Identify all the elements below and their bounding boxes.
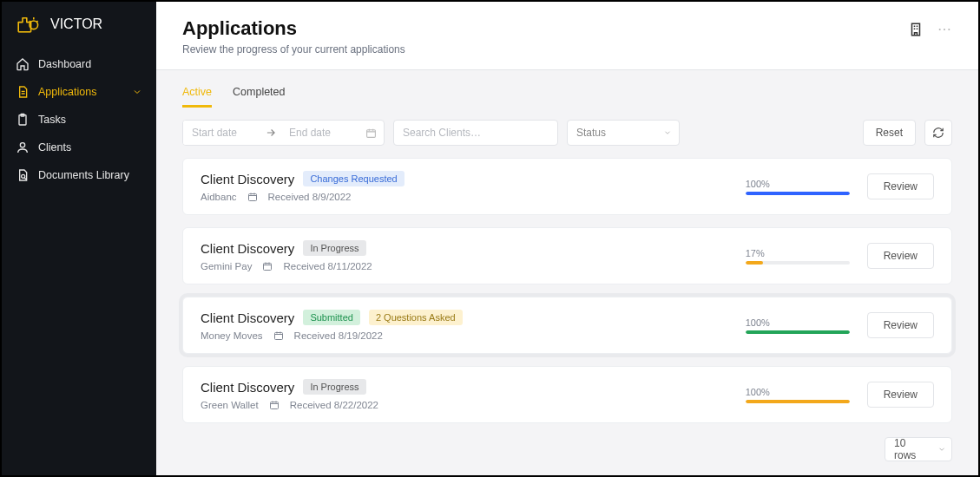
more-menu-icon[interactable]: ⋯ <box>937 21 952 37</box>
refresh-icon <box>932 127 944 139</box>
calendar-icon <box>262 261 273 271</box>
user-icon <box>16 140 30 154</box>
refresh-button[interactable] <box>924 120 952 146</box>
received-date: Received 8/9/2022 <box>268 192 352 202</box>
list-footer: 10 rows <box>156 437 978 461</box>
sidebar-item-tasks[interactable]: Tasks <box>2 106 156 134</box>
application-card: Client DiscoveryChanges RequestedAidbanc… <box>182 158 952 215</box>
home-icon <box>16 57 30 71</box>
sidebar-item-documents-library[interactable]: Documents Library <box>2 161 156 189</box>
sidebar-item-applications[interactable]: Applications <box>2 78 156 106</box>
sidebar-item-label: Clients <box>38 141 71 154</box>
application-title: Client Discovery <box>201 172 294 186</box>
status-badge: In Progress <box>303 379 365 395</box>
calendar-icon <box>269 400 280 410</box>
svg-rect-8 <box>274 333 282 340</box>
status-badge: 2 Questions Asked <box>369 310 463 325</box>
client-name: Green Wallet <box>201 400 259 410</box>
arrow-right-icon <box>261 121 280 145</box>
end-date-input[interactable] <box>280 121 358 145</box>
progress: 100% <box>746 387 850 403</box>
document-icon <box>16 85 30 99</box>
status-badge: Submitted <box>303 310 360 325</box>
page-subtitle: Review the progress of your current appl… <box>182 43 405 56</box>
application-title: Client Discovery <box>201 380 294 395</box>
review-button[interactable]: Review <box>867 173 934 199</box>
sidebar-item-label: Dashboard <box>38 58 91 70</box>
clipboard-icon <box>16 113 30 127</box>
page-title: Applications <box>182 17 405 40</box>
tab-active[interactable]: Active <box>182 86 212 108</box>
received-date: Received 8/19/2022 <box>294 330 383 341</box>
filter-bar: Status Reset <box>156 108 978 158</box>
review-button[interactable]: Review <box>867 243 934 269</box>
chevron-down-icon <box>132 87 142 97</box>
status-select[interactable]: Status <box>567 120 680 146</box>
received-date: Received 8/22/2022 <box>290 400 378 410</box>
applications-list: Client DiscoveryChanges RequestedAidbanc… <box>156 158 978 437</box>
tabs: ActiveCompleted <box>156 70 978 108</box>
status-badge: In Progress <box>303 240 365 256</box>
rows-per-page-select[interactable]: 10 rows <box>885 437 952 461</box>
progress-percent: 100% <box>746 387 850 397</box>
calendar-icon <box>247 192 258 202</box>
review-button[interactable]: Review <box>867 382 934 408</box>
calendar-icon <box>358 121 384 145</box>
library-icon <box>16 168 30 182</box>
start-date-input[interactable] <box>183 121 261 145</box>
sidebar-item-clients[interactable]: Clients <box>2 134 156 161</box>
status-badge: Changes Requested <box>303 171 404 186</box>
sidebar-item-label: Tasks <box>38 114 66 126</box>
application-title: Client Discovery <box>201 310 294 325</box>
received-date: Received 8/11/2022 <box>283 261 372 271</box>
svg-point-3 <box>22 174 25 178</box>
client-name: Money Moves <box>201 330 263 341</box>
svg-rect-9 <box>270 402 278 409</box>
brand-logo-icon <box>16 14 43 35</box>
svg-rect-5 <box>367 129 376 137</box>
application-card: Client DiscoveryIn ProgressGreen WalletR… <box>182 366 952 423</box>
status-select-label: Status <box>576 127 606 139</box>
rows-label: 10 rows <box>894 437 931 461</box>
calendar-icon <box>273 330 284 341</box>
client-name: Gemini Pay <box>201 261 252 271</box>
progress-percent: 17% <box>746 248 850 258</box>
building-icon[interactable] <box>908 22 924 37</box>
svg-point-2 <box>20 143 24 147</box>
sidebar-item-label: Documents Library <box>38 169 129 181</box>
svg-rect-4 <box>912 23 920 36</box>
sidebar-item-label: Applications <box>38 86 96 98</box>
sidebar-item-dashboard[interactable]: Dashboard <box>2 50 156 78</box>
application-card: Client DiscoverySubmitted 2 Questions As… <box>182 297 952 354</box>
search-clients-input[interactable] <box>393 120 558 146</box>
main-content: Applications Review the progress of your… <box>156 2 978 475</box>
tab-completed[interactable]: Completed <box>233 86 285 108</box>
progress-percent: 100% <box>746 179 850 189</box>
svg-rect-6 <box>248 194 256 201</box>
application-card: Client DiscoveryIn ProgressGemini PayRec… <box>182 227 952 284</box>
progress: 100% <box>746 317 850 334</box>
chevron-down-icon <box>937 445 946 454</box>
brand[interactable]: VICTOR <box>2 14 156 50</box>
date-range <box>182 120 385 146</box>
sidebar: VICTOR DashboardApplicationsTasksClients… <box>2 2 156 475</box>
client-name: Aidbanc <box>201 192 237 202</box>
progress: 17% <box>746 248 850 265</box>
brand-name: VICTOR <box>50 16 102 32</box>
progress-percent: 100% <box>746 317 850 328</box>
progress: 100% <box>746 179 850 195</box>
application-title: Client Discovery <box>201 241 294 256</box>
chevron-down-icon <box>663 128 672 137</box>
svg-rect-7 <box>264 264 272 271</box>
review-button[interactable]: Review <box>867 312 934 338</box>
reset-button[interactable]: Reset <box>863 120 916 146</box>
page-header: Applications Review the progress of your… <box>156 2 978 70</box>
